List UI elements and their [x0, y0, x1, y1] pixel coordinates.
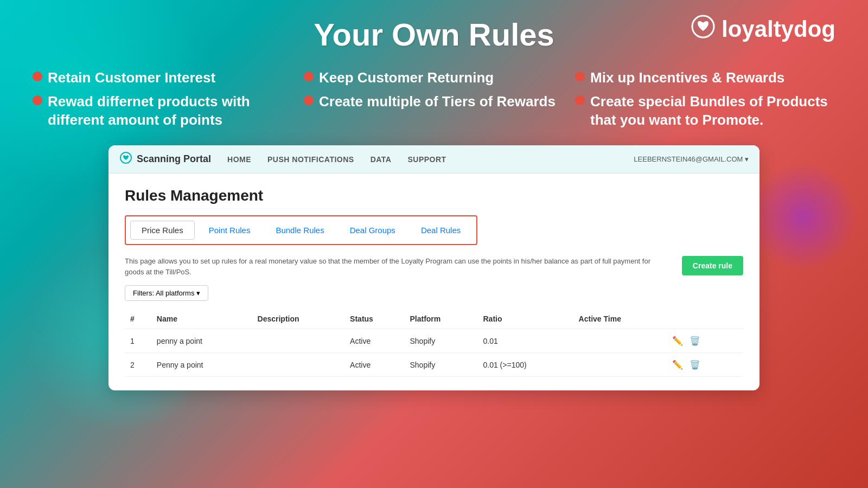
nav-user[interactable]: LEEBERNSTEIN46@GMAIL.COM ▾ [634, 155, 749, 163]
row1-activetime [573, 353, 667, 377]
feature-text-3: Rewad differnet products with different … [48, 93, 293, 130]
nav-home[interactable]: HOME [227, 155, 251, 164]
bullet-3 [33, 95, 42, 105]
description-text: This page allows you to set up rules for… [125, 256, 671, 277]
bullet-4 [304, 95, 314, 105]
edit-icon-1[interactable]: ✏️ [672, 360, 683, 369]
feature-item-4: Create multiple of Tiers of Rewards [304, 93, 564, 130]
main-title: Your Own Rules [314, 16, 554, 53]
delete-icon-0[interactable]: 🗑️ [690, 336, 700, 345]
data-table: # Name Description Status Platform Ratio… [125, 309, 743, 377]
bullet-1 [304, 72, 314, 81]
nav-data[interactable]: DATA [371, 155, 392, 164]
col-name: Name [151, 309, 252, 329]
main-content: Rules Management Price Rules Point Rules… [108, 174, 760, 390]
bullet-2 [575, 72, 585, 81]
header-area: Your Own Rules loyaltydog [33, 16, 835, 53]
feature-item-3: Rewad differnet products with different … [33, 93, 293, 130]
nav-support[interactable]: SUPPORT [407, 155, 446, 164]
page-title: Rules Management [125, 187, 743, 204]
filter-row: Filters: All platforms ▾ [125, 285, 743, 301]
feature-text-1: Keep Customer Returning [319, 69, 494, 87]
create-rule-button[interactable]: Create rule [682, 256, 743, 275]
col-actions [667, 309, 743, 329]
logo-icon [690, 14, 716, 45]
navbar: Scanning Portal HOME PUSH NOTIFICATIONS … [108, 145, 760, 174]
row1-platform: Shopify [404, 353, 477, 377]
col-platform: Platform [404, 309, 477, 329]
tab-deal-groups[interactable]: Deal Groups [339, 221, 407, 240]
col-status: Status [344, 309, 404, 329]
feature-item-1: Keep Customer Returning [304, 69, 564, 87]
table-row: 1 penny a point Active Shopify 0.01 ✏️ 🗑… [125, 329, 743, 353]
features-grid: Retain Customer Interest Keep Customer R… [33, 69, 835, 129]
row1-status: Active [344, 353, 404, 377]
row0-actions: ✏️ 🗑️ [667, 329, 743, 353]
bullet-0 [33, 72, 42, 81]
nav-push-notifications[interactable]: PUSH NOTIFICATIONS [267, 155, 354, 164]
row0-ratio: 0.01 [477, 329, 573, 353]
nav-brand-text: Scanning Portal [137, 153, 211, 165]
row0-activetime [573, 329, 667, 353]
feature-item-2: Mix up Incentives & Rewards [575, 69, 835, 87]
tab-price-rules[interactable]: Price Rules [130, 221, 195, 240]
row1-actions: ✏️ 🗑️ [667, 353, 743, 377]
row0-desc [252, 329, 345, 353]
nav-brand: Scanning Portal [119, 151, 211, 168]
tab-point-rules[interactable]: Point Rules [197, 221, 262, 240]
row1-name: Penny a point [151, 353, 252, 377]
feature-text-4: Create multiple of Tiers of Rewards [319, 93, 556, 111]
row1-desc [252, 353, 345, 377]
tab-deal-rules[interactable]: Deal Rules [410, 221, 472, 240]
col-num: # [125, 309, 151, 329]
logo-area: loyaltydog [690, 14, 835, 45]
feature-item-0: Retain Customer Interest [33, 69, 293, 87]
logo-text: loyaltydog [722, 16, 835, 42]
filter-button[interactable]: Filters: All platforms ▾ [125, 285, 208, 301]
row1-num: 2 [125, 353, 151, 377]
nav-brand-icon [119, 151, 132, 168]
feature-text-5: Create special Bundles of Products that … [590, 93, 835, 130]
col-active-time: Active Time [573, 309, 667, 329]
row1-ratio: 0.01 (>=100) [477, 353, 573, 377]
tab-bundle-rules[interactable]: Bundle Rules [264, 221, 335, 240]
description-row: This page allows you to set up rules for… [125, 256, 743, 277]
row0-name: penny a point [151, 329, 252, 353]
nav-links: HOME PUSH NOTIFICATIONS DATA SUPPORT [227, 155, 634, 164]
table-row: 2 Penny a point Active Shopify 0.01 (>=1… [125, 353, 743, 377]
feature-item-5: Create special Bundles of Products that … [575, 93, 835, 130]
row0-num: 1 [125, 329, 151, 353]
col-ratio: Ratio [477, 309, 573, 329]
feature-text-2: Mix up Incentives & Rewards [590, 69, 784, 87]
col-description: Description [252, 309, 345, 329]
feature-text-0: Retain Customer Interest [48, 69, 215, 87]
edit-icon-0[interactable]: ✏️ [672, 336, 683, 345]
tabs-container: Price Rules Point Rules Bundle Rules Dea… [125, 215, 477, 245]
row0-platform: Shopify [404, 329, 477, 353]
row0-status: Active [344, 329, 404, 353]
portal-panel: Scanning Portal HOME PUSH NOTIFICATIONS … [108, 145, 760, 390]
bullet-5 [575, 95, 585, 105]
delete-icon-1[interactable]: 🗑️ [690, 360, 700, 369]
